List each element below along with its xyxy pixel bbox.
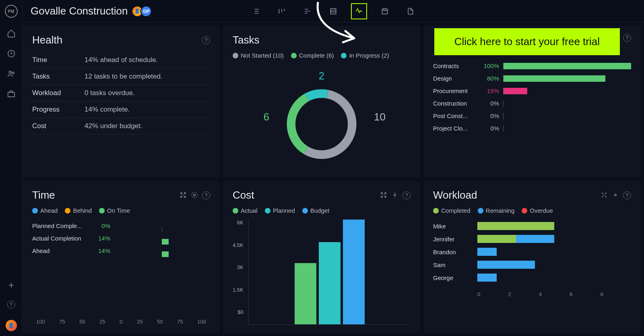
donut-left-label: 6: [264, 111, 269, 123]
add-icon[interactable]: [7, 281, 15, 289]
axis-label: 6: [570, 291, 600, 297]
health-row: Progress 14% complete.: [32, 102, 210, 118]
progress-pct: 0%: [481, 125, 499, 132]
cost-bar: [319, 242, 341, 324]
gear-icon[interactable]: [612, 191, 619, 199]
svg-rect-5: [382, 9, 387, 14]
panel-cost: Cost ? Actual Planned Budget 6K: [223, 181, 420, 333]
view-calendar-icon[interactable]: [377, 3, 393, 19]
legend-label: Ahead: [40, 207, 58, 214]
progress-row: Procurement 19%: [433, 85, 631, 97]
svg-point-11: [394, 194, 396, 196]
svg-point-1: [9, 71, 11, 74]
progress-bar: [503, 63, 631, 69]
svg-rect-4: [330, 8, 336, 14]
panel-title-tasks: Tasks: [233, 34, 259, 46]
legend-item[interactable]: Completed: [433, 207, 471, 214]
workload-name: Jennifer: [433, 236, 477, 243]
view-dashboard-icon[interactable]: [351, 3, 367, 19]
legend-item[interactable]: On Time: [99, 207, 130, 214]
team-icon[interactable]: [7, 69, 16, 78]
workload-bar: [477, 248, 631, 256]
workload-row: Brandon: [433, 245, 631, 258]
legend-label: On Time: [107, 207, 130, 214]
view-board-icon[interactable]: [274, 3, 290, 19]
legend-label: Overdue: [530, 207, 553, 214]
user-avatar[interactable]: 👤: [6, 320, 17, 331]
legend-item[interactable]: Complete (6): [291, 52, 334, 59]
recent-icon[interactable]: [7, 49, 16, 58]
legend-item[interactable]: Ahead: [32, 207, 58, 214]
workload-row: Jennifer: [433, 232, 631, 245]
time-name: Planned Comple...: [32, 222, 93, 229]
legend-item[interactable]: Behind: [65, 207, 92, 214]
axis-label: 50: [79, 319, 85, 325]
progress-name: Design: [433, 75, 477, 82]
progress-bar: [503, 88, 527, 94]
help-icon[interactable]: ?: [623, 191, 631, 199]
avatar-2[interactable]: GP: [140, 6, 152, 17]
panel-title-cost: Cost: [233, 189, 254, 201]
time-row: Actual Completion 14%: [32, 232, 210, 245]
gear-icon[interactable]: [391, 191, 398, 199]
health-label: Progress: [32, 106, 85, 114]
workload-bar: [477, 261, 631, 269]
avatar-group[interactable]: 👤 GP: [134, 6, 152, 17]
view-gantt-icon[interactable]: [299, 3, 316, 19]
briefcase-icon[interactable]: [7, 89, 16, 98]
pm-logo[interactable]: PM: [5, 5, 18, 18]
legend-dot: [478, 208, 483, 214]
workload-name: Sam: [433, 261, 477, 268]
legend-dot: [433, 208, 439, 214]
panel-workload: Workload ? Completed Remaining Overdue: [423, 181, 641, 333]
progress-name: Post Const...: [433, 112, 477, 119]
workload-axis: 02468: [433, 291, 631, 297]
workload-row: Sam: [433, 258, 631, 271]
view-file-icon[interactable]: [402, 3, 419, 19]
health-label: Workload: [32, 89, 85, 97]
home-icon[interactable]: [7, 29, 16, 38]
health-label: Time: [32, 56, 85, 64]
axis-label: 0: [120, 319, 122, 325]
legend-item[interactable]: Budget: [302, 207, 330, 214]
help-icon[interactable]: ?: [202, 36, 210, 44]
topbar: Govalle Construction 👤 GP: [23, 0, 644, 23]
help-icon[interactable]: ?: [7, 301, 15, 309]
expand-icon[interactable]: [380, 191, 387, 199]
axis-label: 2: [508, 291, 539, 297]
health-row: Workload 0 tasks overdue.: [32, 85, 210, 102]
health-value: 42% under budget.: [85, 122, 142, 130]
donut-top-label: 2: [319, 70, 324, 82]
legend-item[interactable]: Remaining: [478, 207, 515, 214]
axis-label: 50: [157, 319, 163, 325]
help-icon[interactable]: ?: [623, 34, 631, 42]
legend-item[interactable]: Planned: [265, 207, 295, 214]
progress-row: Construction 0%: [433, 97, 631, 110]
time-pct: 0%: [93, 222, 110, 229]
legend-label: Actual: [241, 207, 258, 214]
legend-dot: [99, 208, 105, 214]
gear-icon[interactable]: [191, 191, 198, 199]
view-list-icon[interactable]: [248, 3, 264, 19]
legend-dot: [291, 53, 297, 58]
help-icon[interactable]: ?: [202, 191, 210, 199]
panel-tasks: Tasks Not Started (10) Complete (6) In P…: [223, 26, 420, 178]
expand-icon[interactable]: [180, 191, 187, 199]
workload-bar: [477, 222, 631, 230]
legend-item[interactable]: In Progress (2): [341, 52, 389, 59]
time-legend: Ahead Behind On Time: [32, 207, 210, 214]
legend-item[interactable]: Actual: [233, 207, 258, 214]
legend-item[interactable]: Not Started (10): [233, 52, 284, 59]
view-sheet-icon[interactable]: [325, 3, 341, 19]
expand-icon[interactable]: [601, 191, 608, 199]
legend-label: Not Started (10): [241, 52, 284, 59]
legend-dot: [233, 208, 238, 214]
tasks-donut-chart: [281, 84, 362, 164]
time-axis: 1007550250255075100: [32, 319, 210, 325]
left-sidebar: PM ? 👤: [0, 0, 23, 336]
workload-name: Brandon: [433, 249, 477, 255]
cta-banner[interactable]: Click here to start your free trial: [434, 28, 620, 55]
time-pct: 14%: [93, 235, 110, 242]
help-icon[interactable]: ?: [402, 191, 411, 199]
legend-item[interactable]: Overdue: [522, 207, 553, 214]
